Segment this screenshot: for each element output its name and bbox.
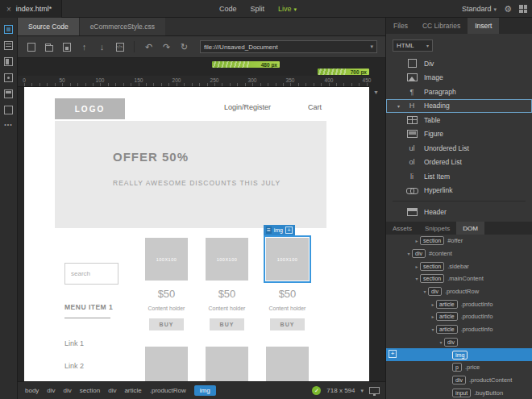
dom-node-section-sidebar[interactable]: section .sidebar <box>386 260 532 272</box>
refresh-icon[interactable]: ↻ <box>179 42 189 52</box>
window-size-value[interactable]: 718 x 594 <box>326 387 355 394</box>
upload-icon[interactable]: ↑ <box>79 42 89 52</box>
element-selection-outline[interactable] <box>264 235 311 283</box>
product-image-placeholder[interactable]: 100X100 <box>206 238 248 281</box>
download-icon[interactable]: ↓ <box>97 42 107 52</box>
element-display-hud[interactable]: ≡ img + <box>264 225 295 235</box>
tag-crumb[interactable]: section <box>80 387 100 394</box>
product-image-placeholder[interactable] <box>145 347 188 381</box>
dom-node-article-productinfo-2[interactable]: article .productInfo <box>386 310 532 323</box>
dom-node-div-productrow[interactable]: div .productRow <box>386 285 532 298</box>
dom-rail-icon[interactable] <box>4 106 13 114</box>
insert-item-div[interactable]: Div <box>386 56 532 71</box>
dom-node-section-maincontent[interactable]: section .mainContent <box>386 272 532 285</box>
product-image-placeholder[interactable] <box>266 347 309 381</box>
mode-live[interactable]: Live▾ <box>278 5 297 13</box>
product-image-placeholder[interactable] <box>206 347 248 381</box>
tag-crumb[interactable]: div <box>108 387 116 394</box>
insert-item-hyperlink[interactable]: Hyperlink <box>386 184 532 198</box>
open-folder-icon[interactable] <box>44 42 54 52</box>
insert-item-figure[interactable]: Figure <box>386 127 532 142</box>
workspace-switcher[interactable]: Standard▾ <box>462 5 497 13</box>
dom-node-div-productcontent[interactable]: div .productContent <box>386 374 532 387</box>
hud-menu-icon[interactable]: ≡ <box>266 227 272 234</box>
collapse-arrow-icon[interactable] <box>430 314 436 319</box>
insert-item-paragraph[interactable]: ¶ Paragraph <box>386 85 532 99</box>
mode-code[interactable]: Code <box>219 5 237 13</box>
device-preview-icon[interactable] <box>369 387 380 394</box>
expand-arrow-icon[interactable] <box>438 339 444 345</box>
buy-button[interactable]: BUY <box>210 318 245 330</box>
insert-item-table[interactable]: Table <box>386 113 532 127</box>
dom-node-input-buybutton[interactable]: input .buyButton <box>386 386 532 399</box>
css-designer-rail-icon[interactable] <box>4 57 13 66</box>
libraries-rail-icon[interactable] <box>4 73 13 82</box>
files-rail-icon[interactable] <box>4 25 13 34</box>
tab-insert[interactable]: Insert <box>468 18 499 34</box>
tab-files[interactable]: Files <box>386 18 415 34</box>
more-tools-icon[interactable]: ••• <box>4 122 12 127</box>
tag-crumb-active[interactable]: img <box>194 385 216 396</box>
code-navigator-icon[interactable] <box>114 42 125 52</box>
dom-node-div-content[interactable]: div #content <box>386 247 532 260</box>
file-icon[interactable] <box>26 42 36 52</box>
insert-item-unordered-list[interactable]: ul Unordered List <box>386 141 532 156</box>
buy-button[interactable]: BUY <box>270 318 305 330</box>
dom-node-div[interactable]: div <box>386 336 532 349</box>
insert-item-heading[interactable]: H Heading <box>386 99 532 114</box>
tag-crumb[interactable]: article <box>124 387 141 394</box>
insert-item-list-item[interactable]: li List Item <box>386 169 532 184</box>
page-logo[interactable]: LOGO <box>55 98 125 119</box>
tag-crumb[interactable]: .productRow <box>150 387 186 394</box>
collapse-arrow-icon[interactable] <box>414 238 420 243</box>
page-nav-login[interactable]: Login/Register <box>224 103 271 111</box>
page-search-input[interactable] <box>64 263 118 285</box>
expand-arrow-icon[interactable] <box>405 251 412 256</box>
add-element-icon[interactable]: + <box>389 350 397 358</box>
tab-assets[interactable]: Assets <box>386 222 418 235</box>
dom-node-img-selected[interactable]: + img <box>386 348 532 361</box>
live-view-canvas[interactable]: LOGO Login/Register Cart OFFER 50% REALL… <box>24 87 369 381</box>
tag-crumb[interactable]: div <box>64 387 72 394</box>
tag-crumb[interactable]: body <box>25 387 39 394</box>
hud-add-icon[interactable]: + <box>285 227 293 234</box>
expand-arrow-icon[interactable] <box>414 276 420 281</box>
redo-icon[interactable]: ↷ <box>161 42 172 52</box>
heading-expand-icon[interactable] <box>397 103 405 109</box>
media-query-480[interactable]: 480 px <box>212 61 280 68</box>
dom-node-p-price[interactable]: p .price <box>386 361 532 374</box>
collapse-arrow-icon[interactable] <box>430 301 436 307</box>
save-icon[interactable] <box>61 42 72 52</box>
close-tab-icon[interactable]: × <box>6 5 11 14</box>
collapse-arrow-icon[interactable] <box>414 264 420 269</box>
live-caret-icon[interactable]: ▾ <box>294 6 297 12</box>
tab-snippets[interactable]: Snippets <box>418 222 456 235</box>
buy-button[interactable]: BUY <box>149 318 185 330</box>
url-caret-icon[interactable]: ▾ <box>370 44 373 50</box>
lint-ok-icon[interactable]: ✓ <box>312 386 321 395</box>
offer-section[interactable]: OFFER 50% REALLY AWESOME DISCOUNTS THIS … <box>55 121 326 228</box>
snippets-rail-icon[interactable] <box>4 89 13 98</box>
dom-node-article-productinfo-1[interactable]: article .productInfo <box>386 297 532 310</box>
insert-item-image[interactable]: Image <box>386 71 532 85</box>
document-tab[interactable]: × index.html* <box>0 0 62 18</box>
address-bar[interactable]: ▾ <box>200 40 377 53</box>
related-css-tab[interactable]: eCommerceStyle.css <box>79 18 165 35</box>
insert-item-ordered-list[interactable]: ol Ordered List <box>386 156 532 170</box>
insert-item-header[interactable]: Header <box>386 205 532 219</box>
tag-crumb[interactable]: div <box>47 387 55 394</box>
product-card-1[interactable]: 100X100 $50 Content holder BUY <box>145 238 188 330</box>
url-input[interactable] <box>204 44 370 51</box>
product-card-2[interactable]: 100X100 $50 Content holder BUY <box>206 238 248 330</box>
sidebar-link-2[interactable]: Link 2 <box>64 362 84 370</box>
expand-arrow-icon[interactable] <box>422 289 428 294</box>
expand-arrow-icon[interactable] <box>430 326 436 332</box>
source-code-tab[interactable]: Source Code <box>18 18 79 35</box>
tab-cc-libraries[interactable]: CC Libraries <box>415 18 468 34</box>
dom-node-article-productinfo-3[interactable]: article .productInfo <box>386 323 532 336</box>
product-image-placeholder[interactable]: 100X100 <box>145 238 188 281</box>
undo-icon[interactable]: ↶ <box>143 42 154 52</box>
window-size-caret-icon[interactable]: ▾ <box>360 388 364 394</box>
page-nav-cart[interactable]: Cart <box>308 103 322 111</box>
dom-node-section-offer[interactable]: section #offer <box>386 235 532 247</box>
